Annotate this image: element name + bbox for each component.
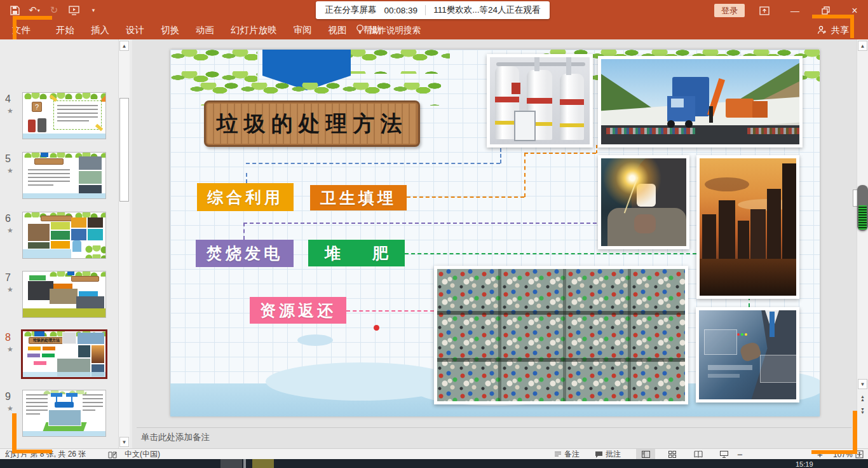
thumb-art bbox=[53, 100, 102, 130]
reading-view-button[interactable] bbox=[689, 449, 708, 460]
label-resource-return[interactable]: 资源返还 bbox=[250, 297, 346, 324]
normal-view-button[interactable] bbox=[636, 449, 655, 460]
scroll-up-icon[interactable]: ▲ bbox=[858, 41, 867, 51]
share-bracket-top-right bbox=[812, 15, 854, 18]
slide-thumbnail-5[interactable] bbox=[22, 152, 106, 199]
slide-sorter-view-button[interactable] bbox=[663, 449, 682, 460]
slideshow-view-button[interactable] bbox=[714, 449, 733, 460]
minimize-button[interactable]: — bbox=[785, 4, 804, 17]
undo-dropdown-icon[interactable]: ▾ bbox=[37, 8, 40, 13]
tab-home[interactable]: 开始 bbox=[48, 24, 83, 36]
login-button[interactable]: 登录 bbox=[714, 4, 745, 17]
thumb-art bbox=[79, 156, 102, 170]
slide-canvas[interactable]: 垃圾的处理方法 综合利用 卫生填埋 焚烧发电 堆 肥 资源返还 bbox=[170, 50, 820, 416]
small-cloud bbox=[297, 334, 333, 346]
thumb-art bbox=[41, 153, 48, 157]
slide-title-sign[interactable]: 垃圾的处理方法 bbox=[204, 100, 420, 147]
slide-thumbnail-6[interactable] bbox=[22, 212, 106, 259]
slide-thumbnail-8-selected[interactable]: 垃圾的处理方法 bbox=[21, 329, 107, 379]
label-sanitary-landfill[interactable]: 卫生填埋 bbox=[310, 185, 407, 210]
photo-business-technology[interactable] bbox=[696, 307, 799, 403]
photo-detail bbox=[702, 214, 716, 259]
taskbar-app[interactable] bbox=[243, 459, 246, 468]
thumb-art: 垃圾的处理方法 bbox=[29, 337, 64, 344]
slide-thumbnail-9[interactable] bbox=[22, 390, 106, 437]
photo-gas-tanks-plant[interactable] bbox=[487, 54, 593, 148]
language-indicator[interactable]: 中文(中国) bbox=[125, 450, 160, 459]
tab-file[interactable]: 文件 bbox=[4, 24, 39, 36]
thumb-art bbox=[28, 169, 70, 188]
thumb-art bbox=[43, 347, 55, 350]
label-comprehensive-use[interactable]: 综合利用 bbox=[197, 183, 294, 211]
share-bracket-bottom-right bbox=[811, 450, 857, 454]
lightbulb-icon bbox=[356, 24, 364, 36]
thumbnail-scroll-up-icon[interactable]: ▲ bbox=[119, 41, 129, 51]
share-bracket-bottom-left bbox=[12, 450, 52, 453]
taskbar-app[interactable] bbox=[220, 459, 242, 468]
main-scrollbar[interactable]: ▲ ▼ ▲▲ ▼▼ bbox=[857, 39, 868, 448]
share-label: 共享 bbox=[831, 25, 849, 36]
share-button[interactable]: 共享 bbox=[817, 23, 849, 38]
thumbnail-scrollbar[interactable]: ▲ ▼ bbox=[118, 39, 130, 448]
connector-blue bbox=[246, 163, 500, 164]
slide-number-selected: 8 bbox=[5, 332, 19, 343]
previous-slide-button[interactable]: ▲▲ bbox=[858, 393, 867, 403]
slide-number: 5 bbox=[5, 153, 19, 165]
screen-sharing-banner: 正在分享屏幕 00:08:39 111樊欢欢...等24人正在观看 bbox=[316, 1, 550, 19]
photo-detail bbox=[737, 333, 740, 336]
photo-city-sunset-skyline[interactable] bbox=[696, 155, 799, 299]
thumb-art bbox=[62, 332, 76, 344]
ribbon-display-options-icon[interactable] bbox=[755, 4, 774, 17]
label-composting[interactable]: 堆 肥 bbox=[308, 240, 405, 266]
comments-button[interactable]: 批注 bbox=[595, 450, 621, 459]
tab-view[interactable]: 视图 bbox=[320, 24, 355, 36]
tab-transitions[interactable]: 切换 bbox=[153, 24, 187, 36]
tab-insert[interactable]: 插入 bbox=[83, 24, 118, 36]
scroll-down-icon[interactable]: ▼ bbox=[858, 379, 867, 389]
next-slide-button[interactable]: ▼▼ bbox=[858, 406, 867, 416]
thumb-art bbox=[23, 372, 107, 378]
slide-thumbnail-panel: 4 ★ ? 5 ★ bbox=[0, 39, 132, 448]
photo-detail bbox=[498, 269, 501, 401]
animation-star: ★ bbox=[7, 345, 13, 354]
proofing-icon[interactable] bbox=[108, 450, 117, 459]
connector-green bbox=[405, 253, 696, 254]
photo-landfill-truck-excavator[interactable] bbox=[598, 56, 803, 148]
start-slideshow-icon[interactable] bbox=[68, 4, 79, 16]
zoom-out-button[interactable]: − bbox=[737, 450, 743, 459]
thumb-art bbox=[71, 276, 99, 282]
photo-detail bbox=[601, 158, 686, 235]
photo-plastic-bottle-bales[interactable] bbox=[434, 266, 688, 404]
photo-detail bbox=[437, 358, 685, 362]
save-icon[interactable] bbox=[9, 4, 20, 16]
thumb-art bbox=[55, 402, 74, 408]
taskbar-app[interactable] bbox=[252, 459, 274, 468]
tab-slideshow[interactable]: 幻灯片放映 bbox=[222, 24, 285, 36]
photo-detail bbox=[708, 365, 752, 370]
photo-detail bbox=[747, 128, 799, 134]
thumbnail-scroll-down-icon[interactable]: ▼ bbox=[119, 437, 129, 447]
thumb-art bbox=[78, 333, 104, 344]
tab-review[interactable]: 审阅 bbox=[285, 24, 320, 36]
thumb-art bbox=[83, 394, 103, 413]
notes-placeholder[interactable]: 单击此处添加备注 bbox=[141, 432, 210, 443]
tab-animations[interactable]: 动画 bbox=[187, 24, 222, 36]
notes-button[interactable]: 备注 bbox=[554, 450, 580, 459]
slide-thumbnail-4[interactable]: ? bbox=[22, 92, 106, 139]
quick-access-toolbar: ↶▾ ↻ ▾ bbox=[9, 3, 99, 17]
leaves-decoration bbox=[339, 50, 450, 74]
thumbnail-scrollbar-thumb[interactable] bbox=[119, 98, 129, 202]
photo-detail bbox=[752, 101, 768, 118]
thumb-art bbox=[23, 193, 106, 199]
animation-star: ★ bbox=[7, 167, 13, 175]
photo-sparkler-hands[interactable] bbox=[598, 155, 689, 249]
slide-thumbnail-7[interactable] bbox=[22, 271, 106, 318]
photo-detail bbox=[514, 111, 536, 141]
tab-design[interactable]: 设计 bbox=[118, 24, 153, 36]
customize-qat-icon[interactable]: ▾ bbox=[88, 4, 99, 16]
thumb-art bbox=[88, 229, 103, 240]
label-incineration-power[interactable]: 焚烧发电 bbox=[196, 240, 294, 267]
notes-separator[interactable] bbox=[137, 427, 851, 428]
undo-icon[interactable]: ↶▾ bbox=[29, 4, 40, 16]
tell-me-search[interactable]: 操作说明搜索 bbox=[356, 21, 421, 39]
